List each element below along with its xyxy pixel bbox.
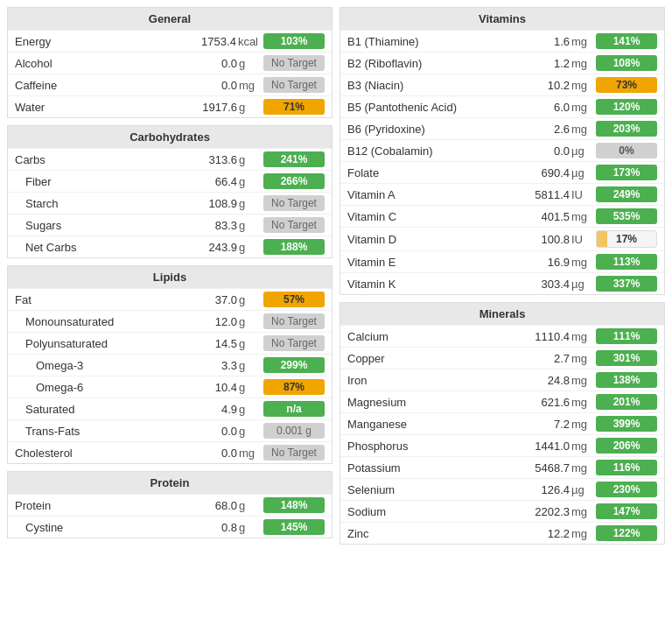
nutrient-name: Folate: [347, 166, 526, 179]
nutrient-name: Vitamin D: [347, 233, 526, 246]
nutrient-value: 7.2: [526, 418, 570, 431]
nutrient-name: Water: [15, 101, 193, 114]
lipids-section: Lipids Fat 37.0 g 57% Monounsaturated 12…: [7, 265, 332, 464]
nutrient-unit: mg: [571, 35, 591, 48]
vitamins-header: Vitamins: [340, 8, 664, 30]
nutrient-name: Phosphorus: [347, 440, 526, 453]
nutrient-value: 621.6: [526, 396, 570, 409]
nutrient-unit: g: [239, 293, 258, 306]
nutrient-value: 37.0: [193, 293, 237, 306]
table-row: Cystine 0.8 g 145%: [8, 516, 332, 538]
vitamins-section: Vitamins B1 (Thiamine) 1.6 mg 141% B2 (R…: [340, 7, 665, 295]
carbohydrates-section: Carbohydrates Carbs 313.6 g 241% Fiber 6…: [7, 125, 332, 258]
table-row: Polyunsaturated 14.5 g No Target: [8, 332, 332, 354]
nutrient-name: Sugars: [15, 219, 193, 232]
table-row: Vitamin D 100.8 IU 17%: [340, 227, 664, 250]
table-row: Alcohol 0.0 g No Target: [8, 52, 332, 74]
nutrient-value: 68.0: [193, 499, 237, 512]
nutrient-unit: mg: [239, 79, 258, 92]
nutrient-value: 4.9: [193, 403, 237, 416]
nutrient-value: 0.0: [193, 57, 237, 70]
status-badge: 188%: [263, 239, 325, 255]
nutrient-value: 243.9: [193, 241, 237, 254]
status-badge: 145%: [263, 519, 325, 535]
nutrient-value: 1753.4: [192, 35, 236, 48]
table-row: B6 (Pyridoxine) 2.6 mg 203%: [340, 117, 664, 139]
nutrient-unit: mg: [571, 330, 591, 343]
nutrient-value: 12.2: [526, 527, 570, 540]
status-badge: 113%: [596, 254, 657, 270]
status-badge: n/a: [263, 401, 325, 417]
nutrient-name: B6 (Pyridoxine): [347, 123, 526, 136]
nutrient-unit: µg: [571, 166, 591, 179]
status-badge: 141%: [596, 33, 657, 49]
nutrient-name: Zinc: [347, 527, 526, 540]
nutrient-name: Vitamin K: [347, 278, 526, 291]
nutrient-value: 3.3: [193, 359, 237, 372]
status-badge: 206%: [596, 438, 657, 454]
status-badge: No Target: [263, 445, 325, 461]
nutrient-value: 2.7: [526, 352, 570, 365]
status-badge: 147%: [596, 503, 657, 519]
table-row: Manganese 7.2 mg 399%: [340, 412, 664, 434]
nutrient-unit: g: [239, 197, 258, 210]
status-badge: 116%: [596, 460, 657, 475]
nutrient-value: 303.4: [526, 278, 570, 291]
table-row: Iron 24.8 mg 138%: [340, 369, 664, 390]
table-row: Copper 2.7 mg 301%: [340, 347, 664, 369]
nutrient-value: 5468.7: [526, 461, 570, 475]
table-row: Trans-Fats 0.0 g 0.001 g: [8, 419, 332, 441]
nutrient-value: 1441.0: [526, 440, 570, 453]
nutrient-value: 14.5: [193, 337, 237, 350]
table-row: Carbs 313.6 g 241%: [8, 148, 332, 170]
nutrient-name: Caffeine: [15, 79, 193, 92]
nutrient-name: Iron: [347, 374, 526, 387]
nutrient-unit: µg: [571, 483, 591, 496]
table-row: Protein 68.0 g 148%: [8, 494, 332, 516]
nutrient-unit: mg: [571, 79, 591, 92]
status-badge: 230%: [596, 482, 657, 497]
nutrient-value: 16.9: [526, 256, 570, 269]
nutrient-name: Vitamin E: [347, 256, 526, 269]
nutrient-value: 66.4: [193, 175, 237, 188]
nutrient-name: Cystine: [15, 521, 193, 534]
status-badge: No Target: [263, 217, 325, 233]
status-badge: 73%: [596, 77, 657, 93]
table-row: Fiber 66.4 g 266%: [8, 170, 332, 192]
status-badge: 173%: [596, 165, 657, 180]
status-badge: 266%: [263, 173, 325, 189]
nutrient-unit: mg: [571, 352, 591, 365]
nutrient-value: 1.6: [526, 35, 570, 48]
table-row: Calcium 1110.4 mg 111%: [340, 325, 664, 347]
nutrient-value: 1110.4: [526, 330, 570, 343]
protein-section: Protein Protein 68.0 g 148% Cystine 0.8 …: [7, 471, 332, 538]
nutrient-name: Calcium: [347, 330, 526, 343]
nutrient-value: 6.0: [526, 101, 570, 114]
status-badge: 399%: [596, 416, 657, 432]
nutrient-name: Trans-Fats: [15, 425, 193, 438]
table-row: B3 (Niacin) 10.2 mg 73%: [340, 74, 664, 95]
nutrient-name: Cholesterol: [15, 447, 193, 460]
table-row: B5 (Pantothenic Acid) 6.0 mg 120%: [340, 95, 664, 117]
status-badge: No Target: [263, 55, 325, 71]
table-row: Phosphorus 1441.0 mg 206%: [340, 434, 664, 456]
general-header: General: [8, 8, 332, 30]
status-badge: 122%: [596, 525, 657, 541]
nutrient-value: 0.8: [193, 521, 237, 534]
nutrient-name: Fat: [15, 293, 193, 306]
status-badge: 87%: [263, 379, 325, 395]
nutrient-name: B12 (Cobalamin): [347, 144, 526, 158]
nutrient-unit: g: [239, 499, 258, 512]
status-badge: 17%: [596, 230, 657, 248]
page: General Energy 1753.4 kcal 103% Alcohol …: [0, 0, 672, 552]
nutrient-value: 12.0: [193, 315, 237, 328]
nutrient-value: 10.4: [193, 381, 237, 394]
status-badge: 0%: [596, 143, 657, 158]
table-row: Omega-6 10.4 g 87%: [8, 376, 332, 397]
status-badge: No Target: [263, 313, 325, 329]
table-row: Sodium 2202.3 mg 147%: [340, 500, 664, 522]
nutrient-name: B3 (Niacin): [347, 79, 526, 92]
nutrient-unit: g: [239, 381, 258, 394]
nutrient-value: 100.8: [526, 233, 570, 246]
status-badge: No Target: [263, 195, 325, 211]
